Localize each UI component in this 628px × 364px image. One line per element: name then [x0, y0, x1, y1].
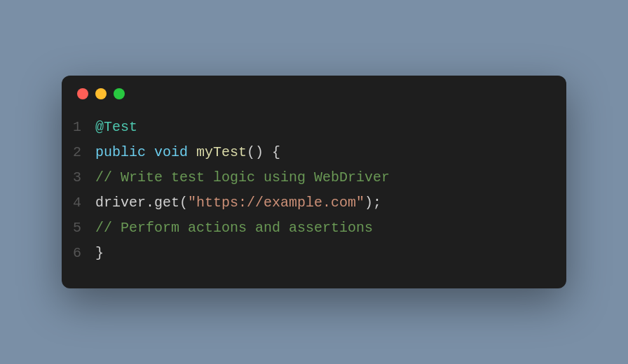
code-line: 2public void myTest() { — [62, 140, 566, 165]
code-line: 6} — [62, 241, 566, 266]
editor-window: 1@Test2public void myTest() {3 // Write … — [62, 76, 566, 288]
token-plain: () { — [247, 144, 280, 160]
token-method: myTest — [196, 144, 247, 160]
line-number: 6 — [62, 242, 95, 265]
token-comment: // Perform actions and assertions — [95, 220, 373, 236]
maximize-button[interactable] — [114, 88, 125, 99]
line-content: @Test — [95, 116, 137, 139]
line-number: 1 — [62, 116, 95, 139]
token-plain: } — [95, 245, 104, 261]
code-line: 5 // Perform actions and assertions — [62, 216, 566, 241]
code-line: 1@Test — [62, 115, 566, 140]
code-area: 1@Test2public void myTest() {3 // Write … — [62, 112, 566, 269]
code-line: 4 driver.get("https://example.com"); — [62, 190, 566, 216]
token-plain: ); — [364, 195, 381, 211]
line-content: public void myTest() { — [95, 141, 280, 164]
token-plain — [188, 144, 196, 160]
line-content: driver.get("https://example.com"); — [95, 192, 381, 214]
minimize-button[interactable] — [95, 88, 107, 99]
token-annotation: @Test — [95, 119, 137, 135]
close-button[interactable] — [77, 88, 88, 99]
token-comment: // Write test logic using WebDriver — [95, 169, 390, 186]
line-number: 5 — [62, 217, 95, 239]
line-content: // Perform actions and assertions — [95, 217, 373, 239]
code-line: 3 // Write test logic using WebDriver — [62, 165, 566, 190]
title-bar — [62, 76, 566, 112]
line-number: 3 — [62, 167, 95, 189]
token-plain: driver.get( — [95, 195, 188, 211]
line-content: } — [95, 242, 104, 265]
line-number: 4 — [62, 192, 95, 214]
token-string: "https://example.com" — [188, 195, 364, 211]
token-kw: public — [95, 144, 146, 160]
line-number: 2 — [62, 141, 95, 164]
token-kw: void — [154, 144, 188, 160]
token-plain — [146, 144, 154, 160]
line-content: // Write test logic using WebDriver — [95, 167, 390, 189]
